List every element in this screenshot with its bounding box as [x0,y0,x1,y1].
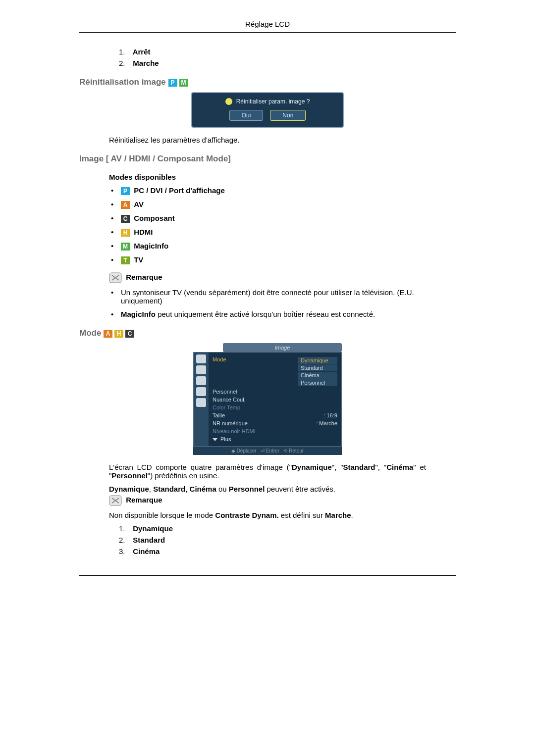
list-label: Cinéma [133,547,160,555]
note-magic-prefix: MagicInfo [121,310,156,318]
page-header: Réglage LCD [79,20,456,33]
row-label: Taille [213,412,225,418]
section-heading-reinit: Réinitialisation image PM [79,77,456,87]
list-number: 2. [119,536,131,544]
mode-composant: C Composant [109,214,456,223]
list-label: Marche [133,59,159,67]
footer-rule [79,575,456,576]
note-tv: Un syntoniseur TV (vendu séparément) doi… [109,288,456,305]
row-value: : 16:9 [323,412,337,418]
section-heading-mode: Mode AHC [79,328,456,338]
chevron-down-icon [213,438,217,441]
t: est défini sur [279,511,325,519]
t: ", " [332,463,343,471]
arret-marche-list: 1. Arrêt 2. Marche [119,48,456,67]
list-number: 1. [119,524,131,533]
remark-label: Remarque [126,496,162,504]
menu-row-taille[interactable]: Taille : 16:9 [213,411,337,419]
yes-button[interactable]: Oui [229,110,264,121]
t: Marche [325,511,351,519]
dialog-sidebar [194,353,209,446]
mode-pc: P PC / DVI / Port d'affichage [109,186,456,195]
list-item: 2. Marche [119,59,456,67]
h-icon: H [121,229,130,237]
row-label: Personnel [213,389,237,395]
row-label: NR numérique [213,420,248,426]
modes-list: P PC / DVI / Port d'affichage A AV C Com… [109,186,456,264]
t: ") prédéfinis en usine. [148,471,219,480]
dialog-footer: ◆ Déplacer ⏎ Entrer ⟲ Retour [193,447,342,455]
menu-row-niveau: Niveau noir HDMI [213,427,337,435]
note-magic-rest: peut uniquement être activé lorsqu'un bo… [156,310,375,318]
reinit-desc: Réinitialisez les paramètres d'affichage… [109,136,426,144]
list-number: 3. [119,547,131,555]
sidebar-icon [196,376,206,385]
sidebar-icon [196,365,206,374]
t: Dynamique [292,463,332,471]
t: , [149,485,153,493]
mode-label: PC / DVI / Port d'affichage [134,186,225,195]
list-label: Standard [133,536,165,544]
no-button[interactable]: Non [270,110,306,121]
sidebar-icon [196,398,206,407]
modes-disponibles-heading: Modes disponibles [109,173,456,181]
section-heading-image-av: Image [ AV / HDMI / Composant Mode] [79,154,456,164]
reset-dialog: Réinitialiser param. image ? Oui Non [191,92,344,128]
option-standard[interactable]: Standard [298,364,337,371]
sidebar-icon [196,387,206,396]
menu-row-nr[interactable]: NR numérique : Marche [213,419,337,427]
menu-row-mode[interactable]: Mode [213,356,226,387]
mode-label: Composant [134,214,175,222]
menu-row-nuance[interactable]: Nuance Coul. [213,396,337,403]
t: . [351,511,353,519]
info-icon [225,98,232,105]
list-item: 1. Dynamique [119,524,456,533]
mode-para3: Non disponible lorsque le mode Contraste… [109,511,426,519]
c-icon: C [125,330,134,338]
remark-label: Remarque [126,273,162,281]
mode-av: A AV [109,200,456,209]
mode-hdmi: H HDMI [109,228,456,237]
option-personnel[interactable]: Personnel [298,379,337,386]
t: Personnel [229,485,265,493]
t: Standard [343,463,375,471]
dialog-question: Réinitialiser param. image ? [236,98,310,105]
list-item: 1. Arrêt [119,48,456,56]
menu-row-plus[interactable]: Plus [213,435,337,443]
option-cinema[interactable]: Cinéma [298,372,337,379]
mode-magicinfo: M MagicInfo [109,242,456,251]
mode-label: MagicInfo [134,242,168,250]
m-icon: M [179,79,188,87]
a-icon: A [121,201,130,209]
mode-label: TV [134,255,143,264]
list-item: 2. Standard [119,536,456,544]
dialog-title: Image [223,343,342,352]
menu-row-personnel[interactable]: Personnel [213,388,337,396]
remark-row-2: Remarque [109,495,456,506]
t: Personnel [111,471,148,480]
mode-options-list: 1. Dynamique 2. Standard 3. Cinéma [119,524,456,555]
row-label: Color Temp. [213,404,242,410]
p-icon: P [168,79,177,87]
mode-para1: L'écran LCD comporte quatre paramètres d… [109,463,426,480]
sidebar-icon [196,354,206,363]
t: Cinéma [190,485,216,493]
t: L'écran LCD comporte quatre paramètres d… [109,463,292,471]
t: Non disponible lorsque le mode [109,511,215,519]
m-icon: M [121,243,130,251]
footer-return: Retour [289,448,304,454]
row-label: Niveau noir HDMI [213,428,256,434]
row-value: : Marche [316,420,337,426]
note-magicinfo: MagicInfo peut uniquement être activé lo… [109,310,456,318]
a-icon: A [104,330,112,338]
t: ou [216,485,229,493]
list-number: 1. [119,48,131,56]
option-dynamique[interactable]: Dynamique [298,357,337,364]
image-menu-dialog: Image Mode Dynamique Standard Cinéma Per… [193,343,342,455]
heading-text: Mode [79,328,104,338]
t: , [185,485,189,493]
t: ", " [375,463,387,471]
note-icon [109,495,122,506]
c-icon: C [121,215,130,223]
mode-label: AV [134,200,144,208]
